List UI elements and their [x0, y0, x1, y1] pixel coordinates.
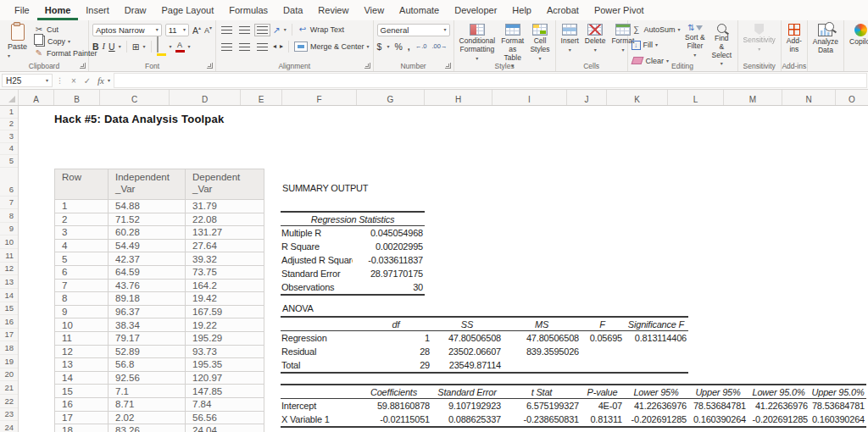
column-header[interactable]: F — [282, 90, 357, 105]
coef-stderr-cell[interactable]: 9.107192923 — [431, 399, 503, 413]
regression-statistics-header[interactable]: Regression Statistics — [281, 212, 425, 226]
cell-row-number[interactable]: 5 — [55, 252, 108, 266]
cell-row-number[interactable]: 18 — [55, 424, 108, 432]
anova-ms-cell[interactable]: 839.3595026 — [503, 345, 581, 358]
cell-dependent-var[interactable]: 31.79 — [186, 200, 264, 213]
anova-df-cell[interactable]: 28 — [360, 345, 431, 358]
column-header[interactable]: A — [19, 90, 54, 105]
cell-independent-var[interactable]: 83.26 — [108, 424, 186, 432]
cell-independent-var[interactable]: 64.59 — [108, 265, 186, 279]
row-header[interactable]: 10 — [0, 235, 18, 249]
cell-independent-var[interactable]: 56.8 — [108, 358, 186, 372]
stat-value-cell[interactable]: 0.00202995 — [353, 240, 425, 253]
anova-source-cell[interactable]: Total — [281, 358, 360, 373]
header-cell-dependent-var[interactable]: Dependent_Var — [186, 169, 264, 200]
column-header[interactable]: M — [724, 90, 782, 105]
row-header[interactable]: 15 — [0, 302, 18, 316]
coef-pvalue-cell[interactable]: 4E-07 — [581, 399, 624, 413]
cell-independent-var[interactable]: 79.17 — [108, 331, 186, 345]
find-select-button[interactable]: Find & Select▾ — [709, 23, 734, 67]
enter-button[interactable]: ✓ — [81, 76, 94, 86]
cell-dependent-var[interactable]: 39.32 — [186, 252, 264, 266]
wrap-text-button[interactable]: ↩Wrap Text — [298, 25, 344, 36]
anova-sigf-cell[interactable] — [624, 345, 688, 358]
anova-f-cell[interactable]: 0.05695 — [581, 331, 624, 346]
coefficients-header-cell[interactable]: Upper 95% — [688, 385, 748, 399]
anova-header-cell[interactable]: df — [360, 317, 431, 331]
coef-upper95-cell[interactable]: 78.53684781 — [688, 399, 748, 413]
coef-lower950-cell[interactable]: 41.22636976 — [748, 399, 810, 413]
align-bottom-button[interactable] — [255, 23, 270, 36]
coefficients-header-cell[interactable]: Coefficients — [356, 385, 431, 399]
row-header[interactable]: 4 — [0, 143, 18, 156]
anova-f-cell[interactable] — [581, 345, 624, 358]
stat-label-cell[interactable]: Multiple R — [281, 226, 353, 241]
cell-row-number[interactable]: 7 — [55, 279, 108, 292]
anova-header-cell[interactable] — [281, 317, 360, 331]
cell-independent-var[interactable]: 96.37 — [108, 305, 186, 318]
cell-row-number[interactable]: 3 — [55, 226, 108, 240]
anova-header-cell[interactable]: F — [581, 317, 624, 331]
column-header[interactable]: J — [567, 90, 607, 105]
align-center-button[interactable] — [237, 40, 252, 53]
cell-row-number[interactable]: 15 — [55, 385, 108, 398]
underline-button[interactable]: U — [108, 42, 115, 52]
stat-label-cell[interactable]: Adjusted R Square — [281, 253, 353, 267]
cell-independent-var[interactable]: 71.52 — [108, 213, 186, 226]
cell-dependent-var[interactable]: 73.75 — [186, 265, 264, 279]
anova-header-cell[interactable]: SS — [431, 317, 503, 331]
cell-independent-var[interactable]: 8.71 — [108, 397, 186, 411]
cell-dependent-var[interactable]: 27.64 — [186, 239, 264, 252]
decrease-font-size-button[interactable]: A▾ — [204, 25, 212, 35]
copy-button[interactable]: Copy ▾ — [34, 36, 97, 47]
anova-ss-cell[interactable]: 23549.87114 — [431, 358, 503, 373]
cell-row-number[interactable]: 8 — [55, 292, 108, 306]
decrease-indent-button[interactable]: ◂ — [273, 43, 276, 50]
fill-button[interactable]: ↓Fill ▾ — [632, 40, 681, 51]
ribbon-tab[interactable]: Power Pivot — [587, 0, 652, 20]
cell-dependent-var[interactable]: 22.08 — [186, 213, 264, 226]
decrease-decimal-button[interactable]: .00→ — [431, 43, 447, 50]
number-dialog-launcher[interactable] — [445, 63, 451, 69]
coef-tstat-cell[interactable]: -0.238650831 — [503, 413, 581, 427]
number-format-select[interactable]: General▾ — [377, 24, 450, 36]
column-header[interactable]: L — [668, 90, 724, 105]
row-header[interactable]: 24 — [0, 421, 18, 432]
ribbon-tab[interactable]: Acrobat — [539, 0, 587, 20]
column-header[interactable]: G — [357, 90, 425, 105]
coef-upper95-cell[interactable]: 0.160390264 — [688, 413, 748, 427]
cell-row-number[interactable]: 17 — [55, 411, 108, 424]
format-painter-button[interactable]: ✎Format Painter — [34, 47, 97, 58]
row-header[interactable]: 5 — [0, 155, 18, 168]
increase-decimal-button[interactable]: ←.0 — [415, 43, 427, 50]
cut-button[interactable]: ✂Cut — [34, 24, 97, 35]
font-size-select[interactable]: 11▾ — [165, 24, 189, 36]
coefficients-header-cell[interactable]: P-value — [581, 385, 624, 399]
align-right-button[interactable] — [255, 40, 270, 53]
cell-row-number[interactable]: 12 — [55, 345, 108, 358]
ribbon-tab[interactable]: Draw — [117, 0, 154, 20]
column-header[interactable]: B — [54, 90, 100, 105]
fill-color-button[interactable] — [157, 37, 166, 56]
row-header[interactable]: 3 — [0, 130, 18, 143]
coef-stderr-cell[interactable]: 0.088625337 — [431, 413, 503, 427]
row-header[interactable]: 11 — [0, 249, 18, 263]
cell-dependent-var[interactable]: 24.04 — [186, 424, 264, 432]
paste-button[interactable]: Paste ▾ — [3, 23, 31, 59]
anova-sigf-cell[interactable] — [624, 358, 688, 373]
orientation-button[interactable]: ↗ — [273, 25, 281, 35]
row-header[interactable]: 21 — [0, 381, 18, 395]
cell-dependent-var[interactable]: 19.22 — [186, 318, 264, 332]
increase-font-size-button[interactable]: A▴ — [192, 25, 201, 35]
row-header[interactable]: 14 — [0, 289, 18, 302]
cell-dependent-var[interactable]: 7.84 — [186, 397, 264, 411]
cell-row-number[interactable]: 6 — [55, 265, 108, 279]
sheet-canvas[interactable]: Hack #5: Data Analysis Toolpak Row Indep… — [19, 106, 868, 432]
row-header[interactable]: 6 — [0, 168, 18, 197]
cell-independent-var[interactable]: 54.49 — [108, 239, 186, 252]
anova-ms-cell[interactable] — [503, 358, 581, 373]
cell-independent-var[interactable]: 42.37 — [108, 252, 186, 266]
coef-upper950-cell[interactable]: 0.160390264 — [810, 413, 866, 427]
coef-value-cell[interactable]: -0.02115051 — [356, 413, 431, 427]
column-header[interactable]: H — [425, 90, 492, 105]
